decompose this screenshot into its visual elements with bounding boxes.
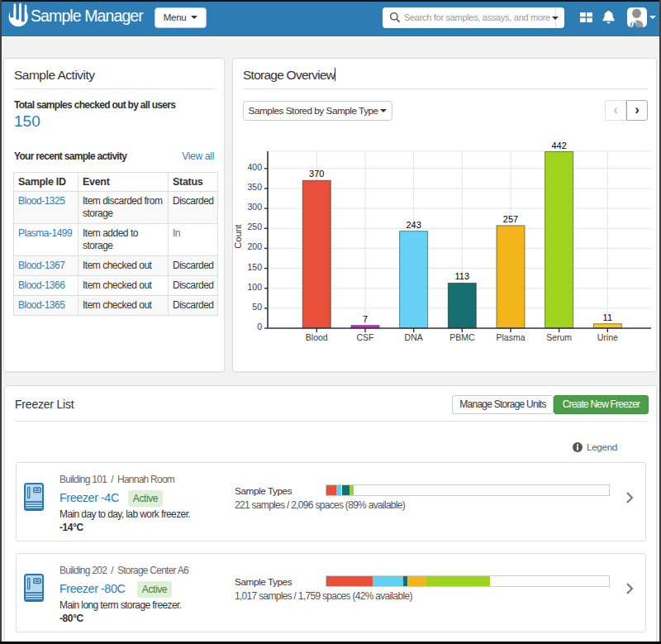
- svg-text:100: 100: [247, 282, 262, 292]
- svg-text:Blood: Blood: [306, 332, 328, 342]
- svg-text:7: 7: [363, 314, 368, 324]
- svg-text:257: 257: [503, 214, 518, 224]
- svg-text:400: 400: [247, 162, 262, 172]
- svg-text:Plasma: Plasma: [496, 332, 525, 342]
- svg-text:Serum: Serum: [546, 332, 572, 342]
- svg-text:243: 243: [406, 220, 421, 230]
- svg-text:113: 113: [455, 271, 470, 281]
- svg-text:150: 150: [247, 262, 262, 272]
- svg-text:Urine: Urine: [597, 332, 618, 342]
- svg-text:250: 250: [247, 222, 262, 231]
- svg-text:11: 11: [603, 312, 612, 322]
- svg-text:Count: Count: [233, 224, 243, 248]
- svg-text:442: 442: [551, 141, 566, 150]
- svg-text:PBMC: PBMC: [449, 332, 475, 342]
- svg-text:370: 370: [309, 169, 324, 179]
- svg-text:0: 0: [257, 322, 262, 332]
- svg-text:CSF: CSF: [356, 332, 373, 342]
- svg-text:200: 200: [247, 241, 262, 251]
- svg-text:300: 300: [247, 202, 262, 212]
- svg-text:DNA: DNA: [405, 332, 423, 342]
- svg-text:350: 350: [247, 182, 262, 192]
- svg-text:50: 50: [252, 302, 262, 312]
